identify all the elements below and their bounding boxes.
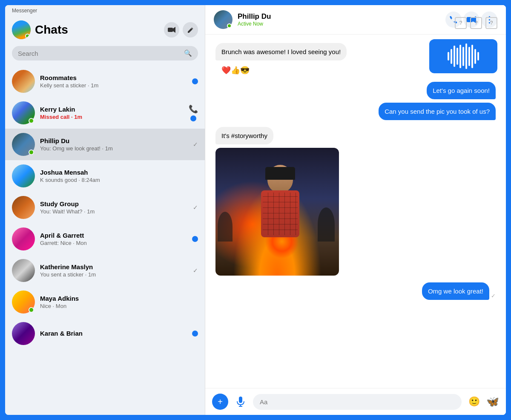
message-bubble-received: Brunch was awesome! I loved seeing you! bbox=[215, 43, 347, 60]
chat-name: Phillip Du bbox=[40, 137, 188, 144]
chat-meta: ✓ bbox=[193, 204, 198, 211]
bg-person-2 bbox=[218, 212, 233, 242]
svg-rect-4 bbox=[239, 397, 242, 403]
chat-avatar bbox=[12, 322, 35, 345]
wave-bar-8 bbox=[468, 47, 470, 66]
chat-name: April & Garrett bbox=[40, 232, 187, 239]
message-bubble-sent-2: Can you send the pic you took of us? bbox=[379, 103, 496, 120]
chat-avatar bbox=[12, 196, 35, 219]
window-btn-2[interactable]: ? bbox=[470, 17, 482, 29]
mic-button[interactable] bbox=[233, 394, 249, 410]
phone-icon: 📞 bbox=[189, 104, 198, 114]
message-input[interactable] bbox=[253, 394, 462, 410]
online-indicator bbox=[29, 118, 34, 124]
chat-list-item[interactable]: Joshua MensahK sounds good · 8:24am bbox=[5, 160, 205, 192]
person-cap bbox=[265, 167, 295, 180]
wave-bar-10 bbox=[474, 49, 476, 64]
video-call-button[interactable] bbox=[164, 22, 179, 37]
plaid-pattern bbox=[263, 193, 298, 235]
chat-preview: You: Omg we look great! · 1m bbox=[40, 145, 188, 152]
message-row-sent-2: Can you send the pic you took of us? bbox=[215, 103, 496, 120]
chat-avatar bbox=[12, 164, 35, 187]
chat-info: Katherine MaslynYou sent a sticker · 1m bbox=[40, 263, 188, 278]
unread-dot bbox=[190, 115, 196, 121]
user-online-dot bbox=[25, 34, 30, 38]
input-area: + 🙂 🦋 bbox=[205, 388, 506, 415]
header-online-dot bbox=[227, 23, 232, 28]
chats-title: Chats bbox=[35, 23, 68, 37]
wave-bar-9 bbox=[471, 45, 473, 68]
voice-call-indicator bbox=[429, 39, 497, 73]
online-indicator bbox=[29, 307, 34, 313]
app-title: Messenger bbox=[5, 5, 205, 14]
chat-list-item[interactable]: Kerry LakinMissed call · 1m📞 bbox=[5, 97, 205, 129]
online-indicator bbox=[29, 150, 34, 155]
sidebar: Messenger Chats bbox=[5, 5, 205, 415]
chat-name: Kerry Lakin bbox=[40, 106, 184, 113]
chat-list-item[interactable]: Phillip DuYou: Omg we look great! · 1m✓ bbox=[5, 129, 205, 160]
plus-icon: + bbox=[218, 397, 223, 407]
window-controls: ? ? ? bbox=[455, 17, 497, 29]
chat-list-item[interactable]: Katherine MaslynYou sent a sticker · 1m✓ bbox=[5, 255, 205, 286]
chat-preview: You sent a sticker · 1m bbox=[40, 271, 188, 278]
chat-info: Phillip DuYou: Omg we look great! · 1m bbox=[40, 137, 188, 152]
chat-list-item[interactable]: Study GroupYou: Wait! What? · 1m✓ bbox=[5, 192, 205, 223]
add-button[interactable]: + bbox=[212, 394, 228, 410]
user-avatar[interactable] bbox=[12, 20, 31, 39]
header-status: Active Now bbox=[238, 21, 271, 27]
chat-info: Joshua MensahK sounds good · 8:24am bbox=[40, 169, 193, 183]
avatar-wrap bbox=[12, 133, 35, 156]
window-btn-1[interactable]: ? bbox=[455, 17, 467, 29]
message-row-received-2: It's #storyworthy bbox=[215, 127, 496, 144]
shared-image bbox=[215, 148, 339, 276]
chat-preview: K sounds good · 8:24am bbox=[40, 177, 193, 183]
window-btn-3[interactable]: ? bbox=[485, 17, 497, 29]
header-user-info: Phillip Du Active Now bbox=[238, 12, 271, 27]
wave-bar-7 bbox=[465, 43, 467, 69]
wave-bar-3 bbox=[454, 46, 455, 67]
chat-meta bbox=[192, 236, 198, 242]
wave-bar-4 bbox=[456, 48, 458, 65]
search-input-wrap: 🔍 bbox=[12, 46, 198, 60]
wave-bar-2 bbox=[451, 49, 452, 64]
chat-avatar bbox=[12, 259, 35, 282]
header-icons bbox=[164, 22, 198, 37]
chat-name: Karan & Brian bbox=[40, 330, 187, 337]
wave-bar-1 bbox=[448, 52, 449, 60]
chat-info: Kerry LakinMissed call · 1m bbox=[40, 106, 184, 120]
compose-button[interactable] bbox=[183, 22, 198, 37]
shared-image-inner bbox=[215, 148, 339, 276]
butterfly-button[interactable]: 🦋 bbox=[486, 396, 499, 408]
chat-meta: ✓ bbox=[193, 267, 198, 274]
chat-info: Karan & Brian bbox=[40, 330, 187, 338]
wave-bar-6 bbox=[462, 47, 464, 66]
chat-meta bbox=[192, 78, 198, 84]
chat-list-item[interactable]: April & GarrettGarrett: Nice · Mon bbox=[5, 223, 205, 255]
chat-preview: You: Wait! What? · 1m bbox=[40, 208, 188, 215]
avatar-wrap bbox=[12, 70, 35, 93]
unread-dot bbox=[192, 236, 198, 242]
chat-list-item[interactable]: Karan & Brian bbox=[5, 318, 205, 349]
search-input[interactable] bbox=[18, 50, 181, 57]
chat-header-left: Phillip Du Active Now bbox=[214, 10, 271, 29]
wave-bar-11 bbox=[477, 52, 479, 60]
chat-name: Katherine Maslyn bbox=[40, 263, 188, 270]
chat-list-item[interactable]: RoommatesKelly sent a sticker · 1m bbox=[5, 66, 205, 97]
chat-list-item[interactable]: Maya AdkinsNice · Mon bbox=[5, 286, 205, 318]
app-container: Messenger Chats bbox=[5, 5, 506, 415]
chat-info: April & GarrettGarrett: Nice · Mon bbox=[40, 232, 187, 246]
avatar-wrap bbox=[12, 101, 35, 124]
avatar-wrap bbox=[12, 322, 35, 345]
avatar-wrap bbox=[12, 196, 35, 219]
butterfly-icon: 🦋 bbox=[486, 396, 499, 407]
emoji-button[interactable]: 🙂 bbox=[466, 394, 482, 410]
chat-meta: ✓ bbox=[193, 141, 198, 148]
chat-name: Maya Adkins bbox=[40, 295, 193, 302]
chat-list: RoommatesKelly sent a sticker · 1mKerry … bbox=[5, 66, 205, 415]
emoji-icon: 🙂 bbox=[468, 396, 480, 407]
chat-name: Study Group bbox=[40, 200, 188, 207]
read-check-icon: ✓ bbox=[193, 141, 198, 148]
header-username: Phillip Du bbox=[238, 12, 271, 21]
avatar-wrap bbox=[12, 259, 35, 282]
omg-row: Omg we look great! ✓ bbox=[215, 282, 496, 300]
